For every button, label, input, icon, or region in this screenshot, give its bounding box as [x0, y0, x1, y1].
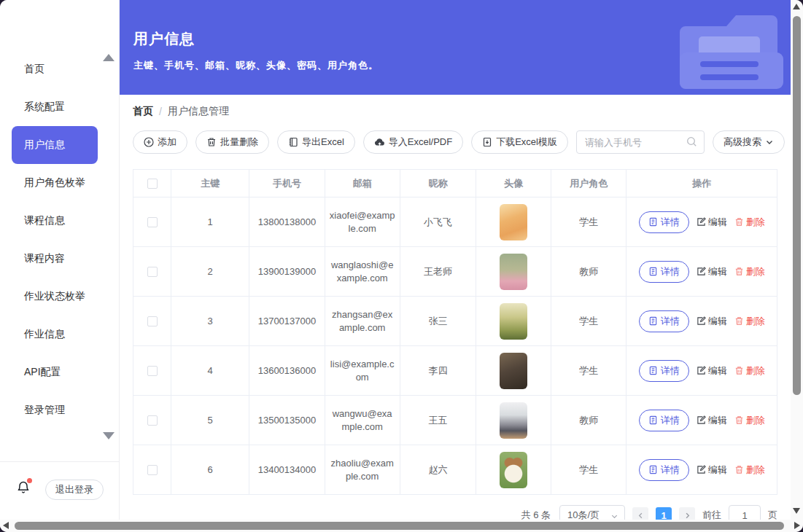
edit-icon [697, 415, 706, 425]
sidebar-item-label: 登录管理 [24, 404, 65, 417]
sidebar-scroll-down-icon[interactable] [103, 432, 115, 439]
sidebar-item-system-config[interactable]: 系统配置 [0, 88, 119, 126]
advanced-search-label: 高级搜索 [724, 136, 761, 149]
detail-button[interactable]: 详情 [639, 310, 689, 332]
sidebar-scroll-up-icon[interactable] [103, 54, 115, 61]
detail-label: 详情 [661, 364, 680, 378]
row-checkbox[interactable] [147, 267, 158, 277]
row-checkbox[interactable] [147, 217, 158, 227]
sidebar-item-label: 作业信息 [24, 328, 65, 341]
sidebar-item-course-content[interactable]: 课程内容 [0, 240, 119, 278]
trash-icon [734, 316, 744, 326]
detail-button[interactable]: 详情 [639, 410, 689, 431]
sidebar-item-label: 作业状态枚举 [24, 290, 85, 303]
table-row: 2 13900139000 wanglaoshi@example.com 王老师… [133, 247, 777, 297]
scrollbar-down-arrow[interactable] [793, 508, 800, 514]
cell-phone: 13600136000 [249, 346, 325, 396]
import-excel-button[interactable]: 导入Excel/PDF [363, 130, 463, 154]
table-row: 6 13400134000 zhaoliu@example.com 赵六 学生 … [133, 445, 777, 495]
sidebar-item-label: 系统配置 [24, 101, 65, 114]
cell-nickname: 小飞飞 [400, 197, 476, 247]
cell-nickname: 张三 [400, 297, 476, 346]
document-icon [648, 465, 658, 474]
sidebar-item-homework-info[interactable]: 作业信息 [0, 316, 119, 353]
delete-button[interactable]: 删除 [734, 414, 765, 427]
chevron-down-icon [765, 138, 774, 146]
edit-label: 编辑 [708, 463, 727, 477]
col-id: 主键 [171, 170, 249, 197]
row-checkbox[interactable] [147, 415, 158, 426]
cell-id: 1 [171, 197, 249, 247]
chevron-left-icon [637, 512, 645, 520]
edit-button[interactable]: 编辑 [697, 463, 727, 477]
table-header-row: 主键 手机号 邮箱 昵称 头像 用户角色 操作 [133, 170, 777, 197]
col-actions: 操作 [627, 170, 777, 197]
delete-label: 删除 [746, 315, 765, 328]
cell-id: 6 [171, 445, 249, 495]
scrollbar-left-arrow[interactable] [3, 522, 9, 529]
cell-email: wangwu@example.com [325, 396, 400, 445]
row-checkbox[interactable] [147, 465, 158, 475]
download-template-button[interactable]: 下载Excel模版 [471, 130, 568, 154]
scrollbar-right-arrow[interactable] [794, 522, 800, 529]
horizontal-scrollbar-thumb[interactable] [15, 522, 784, 530]
notification-bell-icon[interactable] [16, 480, 31, 498]
sidebar: 首页 系统配置 用户信息 用户角色枚举 课程信息 课程内容 作业状态枚举 作业信… [0, 0, 120, 532]
col-email: 邮箱 [325, 170, 400, 197]
delete-label: 删除 [746, 265, 765, 278]
sidebar-item-user-info[interactable]: 用户信息 [12, 126, 98, 164]
sidebar-item-api-config[interactable]: API配置 [0, 353, 119, 391]
edit-button[interactable]: 编辑 [697, 315, 727, 328]
batch-delete-label: 批量删除 [220, 136, 258, 149]
delete-button[interactable]: 删除 [734, 315, 765, 328]
breadcrumb-home[interactable]: 首页 [133, 105, 153, 118]
delete-button[interactable]: 删除 [734, 463, 765, 477]
col-avatar: 头像 [476, 170, 551, 197]
select-all-checkbox[interactable] [147, 179, 158, 189]
edit-button[interactable]: 编辑 [697, 364, 727, 378]
app-window: 首页 系统配置 用户信息 用户角色枚举 课程信息 课程内容 作业状态枚举 作业信… [0, 0, 803, 532]
sidebar-item-user-role-enum[interactable]: 用户角色枚举 [0, 164, 119, 202]
sidebar-item-course-info[interactable]: 课程信息 [0, 202, 119, 240]
sidebar-item-home[interactable]: 首页 [0, 50, 119, 88]
sidebar-item-label: 用户角色枚举 [24, 176, 85, 189]
batch-delete-button[interactable]: 批量删除 [195, 130, 269, 154]
scrollbar-up-arrow[interactable] [793, 4, 800, 9]
delete-button[interactable]: 删除 [734, 265, 765, 278]
logout-button[interactable]: 退出登录 [45, 480, 104, 500]
import-excel-label: 导入Excel/PDF [389, 136, 452, 149]
detail-button[interactable]: 详情 [639, 360, 689, 382]
row-checkbox[interactable] [147, 316, 158, 326]
edit-button[interactable]: 编辑 [697, 414, 727, 427]
delete-button[interactable]: 删除 [734, 364, 765, 378]
toolbar: 添加 批量删除 导出Excel 导入Excel/PDF 下载Excel模版 [133, 130, 777, 154]
cell-role: 学生 [551, 346, 627, 396]
edit-icon [697, 366, 706, 375]
vertical-scrollbar-thumb[interactable] [793, 16, 801, 395]
sidebar-item-login-management[interactable]: 登录管理 [0, 391, 119, 429]
cell-id: 4 [171, 346, 249, 396]
cell-id: 3 [171, 297, 249, 346]
breadcrumb: 首页 / 用户信息管理 [133, 105, 777, 118]
cell-phone: 13400134000 [249, 445, 325, 495]
advanced-search-button[interactable]: 高级搜索 [713, 130, 785, 154]
edit-icon [697, 267, 706, 276]
sidebar-item-homework-status-enum[interactable]: 作业状态枚举 [0, 278, 119, 316]
cell-phone: 13800138000 [249, 197, 325, 247]
cloud-upload-icon [374, 137, 385, 147]
delete-button[interactable]: 删除 [734, 216, 765, 229]
detail-button[interactable]: 详情 [639, 211, 689, 233]
phone-search-input[interactable] [576, 130, 705, 154]
edit-button[interactable]: 编辑 [697, 265, 727, 278]
detail-label: 详情 [661, 414, 680, 427]
sidebar-item-label: 首页 [24, 63, 44, 76]
export-excel-button[interactable]: 导出Excel [277, 130, 355, 154]
row-checkbox[interactable] [147, 366, 158, 376]
sidebar-item-label: 课程信息 [24, 214, 65, 227]
avatar [500, 353, 527, 389]
breadcrumb-separator: / [159, 106, 162, 117]
detail-button[interactable]: 详情 [639, 261, 689, 283]
add-button[interactable]: 添加 [133, 130, 187, 154]
edit-button[interactable]: 编辑 [697, 216, 727, 229]
detail-button[interactable]: 详情 [639, 459, 689, 481]
